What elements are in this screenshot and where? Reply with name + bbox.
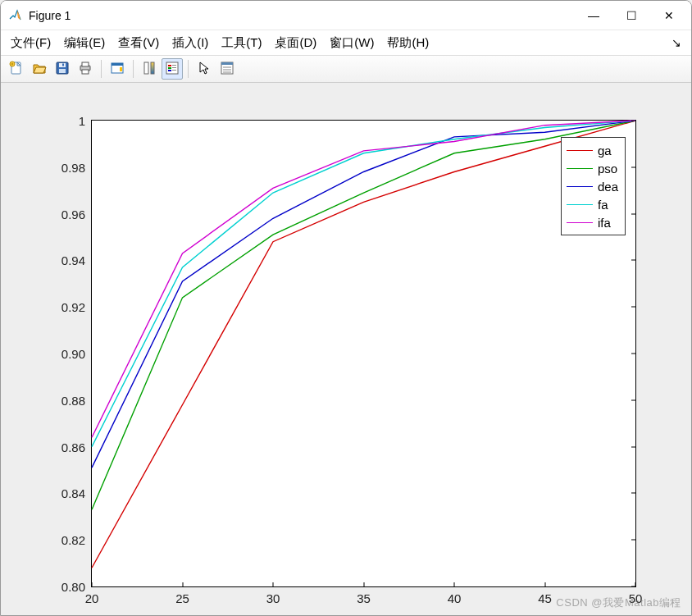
open-file-icon [32,61,47,78]
menu-item[interactable]: 文件(F) [11,35,51,51]
close-button[interactable]: ✕ [650,2,688,30]
y-tick-label: 0.96 [61,207,85,221]
svg-rect-11 [112,63,123,66]
insert-legend-button[interactable] [162,58,183,80]
y-tick-label: 0.84 [61,486,85,500]
legend-entry[interactable]: ifa [567,213,618,231]
watermark: CSDN @我爱Matlab编程 [556,595,681,610]
x-tick-mark [92,582,93,586]
series-line [92,121,635,568]
figure-window: Figure 1 — ☐ ✕ 文件(F)编辑(E)查看(V)插入(I)工具(T)… [0,0,692,616]
series-line [92,121,635,447]
matlab-icon [7,8,22,23]
open-file-button[interactable] [29,58,50,80]
menu-item[interactable]: 桌面(D) [275,35,316,51]
svg-rect-19 [172,65,176,66]
svg-rect-20 [172,67,176,68]
open-property-inspector-icon [220,61,234,78]
y-tick-mark [631,446,635,447]
y-tick-mark [631,399,635,400]
menu-item[interactable]: 查看(V) [118,35,159,51]
legend-label: ifa [598,216,611,230]
y-tick-label: 0.82 [61,533,85,547]
svg-rect-6 [62,63,64,66]
save-button[interactable] [52,58,73,80]
legend-label: ga [598,144,612,157]
edit-plot-arrow-icon [197,61,212,78]
toolbar-separator [133,60,134,78]
y-tick-mark [631,493,635,494]
x-tick-mark [363,582,364,586]
titlebar: Figure 1 — ☐ ✕ [1,1,691,30]
legend-swatch [567,186,593,187]
y-tick-mark [631,260,635,261]
series-line [92,121,635,468]
legend-entry[interactable]: pso [567,159,618,177]
x-tick-label: 35 [357,591,371,605]
x-tick-mark [182,582,183,586]
legend-swatch [567,204,593,205]
toolbar [1,55,691,83]
legend[interactable]: gapsodeafaifa [561,137,626,235]
insert-colorbar-icon [142,61,157,78]
y-tick-label: 0.92 [61,300,85,314]
y-tick-label: 0.88 [61,393,85,407]
insert-colorbar-button[interactable] [139,58,160,80]
legend-entry[interactable]: fa [567,195,618,213]
y-tick-label: 0.90 [61,347,85,361]
x-tick-mark [454,582,455,586]
legend-label: pso [598,162,617,176]
legend-swatch [567,222,593,223]
legend-label: dea [598,180,618,194]
x-tick-mark [635,582,636,586]
menu-item[interactable]: 工具(T) [221,35,262,51]
link-axes-icon [110,61,125,78]
svg-rect-23 [221,62,233,65]
x-tick-label: 25 [175,591,189,605]
maximize-button[interactable]: ☐ [612,2,650,30]
series-line [92,121,635,437]
open-property-inspector-button[interactable] [216,58,238,80]
link-axes-button[interactable] [107,58,128,80]
legend-swatch [567,150,593,151]
menubar: 文件(F)编辑(E)查看(V)插入(I)工具(T)桌面(D)窗口(W)帮助(H)… [1,30,691,55]
y-tick-mark [631,167,635,167]
y-tick-mark [631,121,635,121]
print-button[interactable] [75,58,96,80]
y-tick-label: 1 [79,114,85,128]
y-tick-label: 0.98 [61,160,85,174]
print-icon [78,61,93,78]
y-tick-label: 0.80 [61,580,85,594]
insert-legend-icon [165,61,180,78]
window-title: Figure 1 [29,9,71,22]
svg-rect-12 [120,67,122,71]
axes[interactable]: gapsodeafaifa 0.800.820.840.860.880.900.… [91,120,636,587]
minimize-button[interactable]: — [575,2,612,30]
menu-item[interactable]: 编辑(E) [64,35,105,51]
legend-entry[interactable]: dea [567,177,618,195]
edit-plot-arrow-button[interactable] [193,58,215,80]
figure-area: gapsodeafaifa 0.800.820.840.860.880.900.… [1,83,691,615]
new-figure-button[interactable] [6,58,27,80]
toolbar-separator [101,60,102,78]
x-tick-label: 40 [448,591,462,605]
new-figure-icon [9,61,24,78]
x-tick-label: 45 [538,591,552,605]
legend-entry[interactable]: ga [567,141,618,159]
y-tick-mark [631,354,635,354]
y-tick-label: 0.94 [61,253,85,267]
line-plot [92,121,635,586]
menubar-overflow-arrow[interactable]: ↘ [672,36,681,49]
svg-rect-9 [82,70,89,74]
svg-rect-5 [59,69,66,73]
svg-rect-8 [82,62,89,66]
y-tick-mark [631,213,635,214]
menu-item[interactable]: 插入(I) [172,35,208,51]
y-tick-mark [631,307,635,308]
save-icon [55,61,70,78]
menu-item[interactable]: 窗口(W) [330,35,374,51]
x-tick-mark [544,582,545,586]
svg-rect-14 [151,62,154,74]
menu-item[interactable]: 帮助(H) [387,35,429,51]
legend-label: fa [598,198,608,212]
